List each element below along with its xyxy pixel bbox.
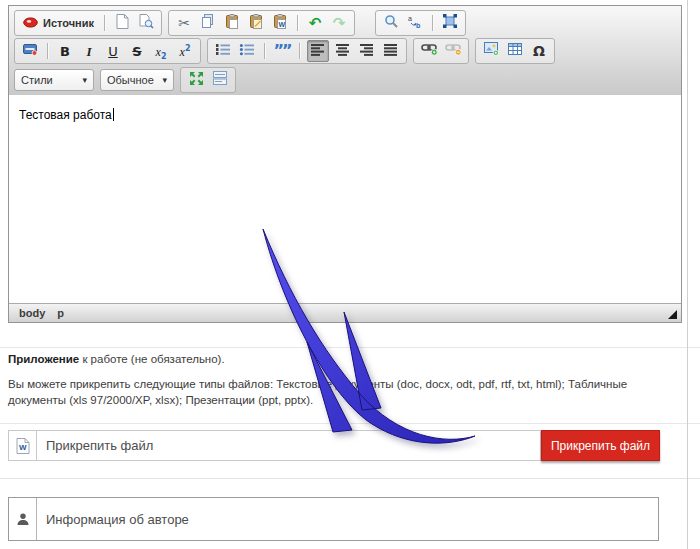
page: Источник ✂ W ↶ ↷	[0, 0, 700, 549]
toolbar-separator	[299, 43, 300, 59]
find-button[interactable]	[381, 13, 401, 33]
align-left-icon	[311, 42, 325, 60]
cut-button[interactable]: ✂	[174, 13, 194, 33]
page-edge-line	[687, 0, 688, 549]
svg-text:a: a	[408, 15, 412, 22]
bold-icon: B	[60, 45, 70, 58]
author-info-input[interactable]	[37, 512, 658, 527]
preview-icon	[139, 14, 154, 33]
paste-plain-text-icon	[249, 14, 263, 33]
subscript-button[interactable]: x2	[151, 41, 171, 61]
show-blocks-button[interactable]	[210, 70, 230, 90]
editor-content-area[interactable]: Тестовая работа	[9, 95, 681, 293]
media-button[interactable]	[20, 41, 40, 61]
element-path-body[interactable]: body	[19, 307, 45, 319]
align-center-button[interactable]	[333, 41, 353, 61]
redo-button[interactable]: ↷	[329, 13, 349, 33]
link-button[interactable]	[419, 41, 439, 61]
styles-dropdown-label: Стили	[21, 74, 53, 86]
strikethrough-button[interactable]: S	[127, 41, 147, 61]
superscript-icon: x2	[180, 42, 191, 60]
author-info-row	[8, 497, 659, 541]
svg-text:b: b	[416, 22, 420, 29]
toolbar-separator	[104, 15, 105, 31]
strikethrough-icon: S	[132, 45, 141, 58]
attach-file-field: W	[8, 430, 541, 461]
omega-icon: Ω	[533, 44, 545, 58]
align-left-button[interactable]	[307, 40, 329, 62]
paste-button[interactable]	[222, 13, 242, 33]
toolbar-separator	[264, 43, 265, 59]
element-path-p[interactable]: p	[57, 307, 64, 319]
subscript-icon: x2	[156, 42, 167, 61]
undo-button[interactable]: ↶	[305, 13, 325, 33]
align-right-button[interactable]	[357, 41, 377, 61]
copy-button[interactable]	[198, 13, 218, 33]
toolbar-row-1: Источник ✂ W ↶ ↷	[14, 10, 466, 36]
align-right-icon	[360, 42, 374, 60]
align-justify-icon	[384, 42, 398, 60]
insert-image-button[interactable]	[481, 41, 501, 61]
image-icon	[484, 42, 499, 60]
attachment-heading: Приложение к работе (не обязательно).	[8, 353, 668, 365]
format-dropdown-label: Обычное	[107, 74, 154, 86]
media-icon	[23, 42, 38, 60]
underline-button[interactable]: U	[103, 41, 123, 61]
maximize-button[interactable]	[186, 70, 206, 90]
preview-button[interactable]	[136, 13, 156, 33]
align-center-icon	[336, 42, 350, 60]
toolbar-group-basicstyles: B I U S x2 x2	[14, 38, 201, 64]
svg-text:W: W	[279, 21, 286, 28]
toolbar-group-links	[413, 38, 469, 64]
toolbar-row-2: B I U S x2 x2 ””	[14, 38, 555, 64]
italic-button[interactable]: I	[79, 41, 99, 61]
toolbar-group-insert: Ω	[475, 38, 555, 64]
blockquote-icon: ””	[273, 46, 290, 56]
underline-icon: U	[108, 45, 118, 58]
replace-button[interactable]: ab	[405, 13, 425, 33]
superscript-button[interactable]: x2	[175, 41, 195, 61]
paste-plain-text-button[interactable]	[246, 13, 266, 33]
unlink-icon	[445, 42, 462, 60]
new-page-button[interactable]	[112, 13, 132, 33]
attachment-heading-rest: к работе (не обязательно).	[79, 353, 224, 365]
numbered-list-button[interactable]	[213, 41, 233, 61]
text-cursor	[113, 108, 114, 121]
author-info-field	[8, 497, 659, 541]
toolbar-separator	[47, 43, 48, 59]
copy-icon	[201, 14, 215, 33]
toolbar-group-paragraph: ””	[207, 38, 407, 64]
attach-file-button[interactable]: Прикрепить файл	[541, 430, 660, 461]
editor-text: Тестовая работа	[19, 108, 112, 122]
blockquote-button[interactable]: ””	[272, 41, 292, 61]
bold-button[interactable]: B	[55, 41, 75, 61]
new-page-icon	[116, 14, 129, 33]
paste-icon	[225, 14, 239, 33]
special-char-button[interactable]: Ω	[529, 41, 549, 61]
paste-from-word-button[interactable]: W	[270, 13, 290, 33]
paste-from-word-icon: W	[273, 14, 287, 33]
divider	[0, 423, 700, 424]
divider	[0, 478, 700, 479]
word-document-icon: W	[9, 431, 37, 460]
find-icon	[384, 14, 399, 33]
source-icon	[23, 14, 38, 32]
divider	[0, 347, 700, 348]
bulleted-list-icon	[239, 42, 255, 60]
unlink-button[interactable]	[443, 41, 463, 61]
format-dropdown[interactable]: Обычное ▾	[100, 69, 174, 91]
resize-grip-icon[interactable]	[668, 310, 677, 319]
insert-table-button[interactable]	[505, 41, 525, 61]
bulleted-list-button[interactable]	[237, 41, 257, 61]
select-all-icon	[443, 14, 457, 32]
source-button[interactable]: Источник	[20, 14, 97, 32]
styles-dropdown[interactable]: Стили ▾	[14, 69, 94, 91]
editor-toolbar: Источник ✂ W ↶ ↷	[9, 6, 681, 96]
person-icon	[9, 498, 37, 540]
redo-icon: ↷	[333, 16, 346, 31]
attach-file-input[interactable]	[37, 438, 540, 453]
attachment-description-line2: документы (xls 97/2000/XP, xlsx); Презен…	[8, 392, 668, 408]
select-all-button[interactable]	[440, 13, 460, 33]
align-justify-button[interactable]	[381, 41, 401, 61]
show-blocks-icon	[213, 71, 227, 89]
